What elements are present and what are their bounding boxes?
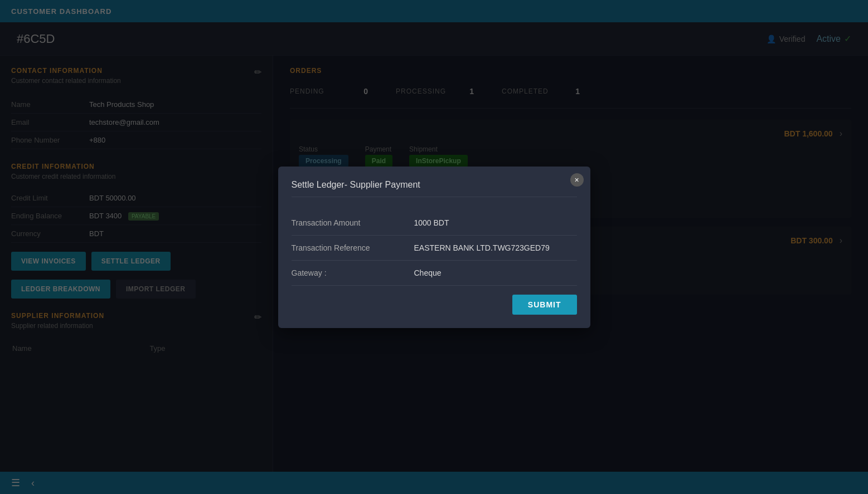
modal-close-button[interactable]: × — [570, 173, 584, 187]
modal-transaction-amount-value: 1000 BDT — [414, 218, 449, 227]
modal-gateway-row: Gateway : Cheque — [292, 261, 577, 286]
modal-overlay[interactable]: × Settle Ledger- Supplier Payment Transa… — [0, 0, 868, 494]
modal-gateway-value: Cheque — [414, 268, 442, 277]
modal-footer: SUBMIT — [292, 295, 577, 315]
modal-submit-button[interactable]: SUBMIT — [512, 295, 577, 315]
modal-transaction-amount-row: Transaction Amount 1000 BDT — [292, 211, 577, 236]
modal-transaction-amount-label: Transaction Amount — [292, 218, 414, 227]
modal-transaction-ref-label: Transaction Reference — [292, 243, 414, 252]
settle-ledger-modal: × Settle Ledger- Supplier Payment Transa… — [278, 167, 590, 328]
modal-gateway-label: Gateway : — [292, 268, 414, 277]
modal-transaction-ref-row: Transaction Reference EASTERN BANK LTD.T… — [292, 236, 577, 261]
modal-title: Settle Ledger- Supplier Payment — [292, 180, 577, 197]
modal-transaction-ref-value: EASTERN BANK LTD.TWG723GED79 — [414, 243, 550, 252]
